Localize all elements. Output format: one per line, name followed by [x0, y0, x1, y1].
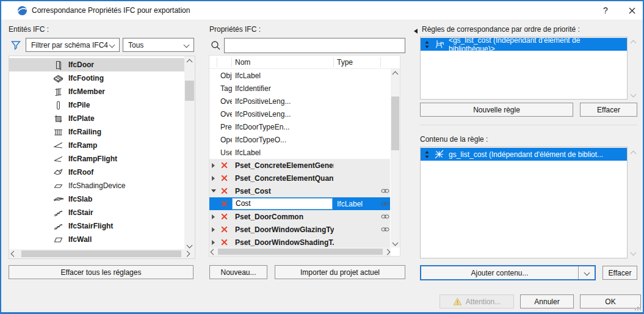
reorder-handle-icon[interactable] [424, 150, 430, 159]
property-search-input[interactable] [224, 38, 405, 53]
scroll-left-arrow[interactable] [10, 250, 17, 258]
property-row[interactable]: Pset_DoorCommon [209, 210, 390, 223]
clear-all-settings-button[interactable]: Effacer tous les réglages [9, 265, 194, 279]
scroll-down-arrow[interactable] [629, 90, 637, 98]
help-button[interactable]: ? [596, 4, 615, 17]
titlebar: Correspondance Propriétés IFC pour expor… [1, 1, 643, 20]
rule-item[interactable]: <gs_list_cost (Indépendant d'élément de … [421, 38, 627, 51]
delete-x-icon[interactable] [221, 175, 228, 181]
new-rule-button[interactable]: Nouvelle règle [420, 103, 573, 117]
entity-list-item[interactable]: IfcShadingDevice [9, 179, 184, 192]
entity-list-item[interactable]: IfcMember [9, 85, 184, 98]
property-row[interactable]: Pset_DoorWindowShadingT... [209, 236, 390, 249]
clear-content-button[interactable]: Effacer [602, 266, 637, 280]
app-logo-icon [17, 5, 27, 16]
entity-scroll-thumb[interactable] [185, 81, 194, 101]
property-row[interactable]: Tag (IfcElement) IfcIdentifier [209, 82, 390, 95]
property-row[interactable]: UserDefinedOperationType IfcLabel [209, 146, 390, 159]
expander[interactable] [209, 214, 217, 219]
entity-label: IfcMember [68, 87, 105, 96]
expander[interactable] [209, 240, 217, 245]
delete-x-icon[interactable] [221, 188, 228, 194]
expander[interactable] [209, 227, 217, 232]
entity-list-item[interactable]: IfcWall [9, 233, 184, 246]
delete-x-icon[interactable] [221, 239, 228, 246]
warning-button[interactable]: Attention... [440, 294, 514, 309]
expander[interactable] [209, 176, 217, 181]
entity-icon [53, 154, 63, 164]
close-button[interactable] [623, 4, 641, 17]
property-row[interactable]: Pset_Cost [209, 184, 390, 197]
scroll-up-arrow[interactable] [185, 57, 194, 66]
property-name: Pset_DoorWindowGlazingTy... [232, 225, 334, 234]
expander[interactable] [209, 189, 217, 192]
property-row[interactable]: PredefinedType IfcDoorTypeEn... [209, 120, 390, 133]
entity-list-item[interactable]: IfcFooting [9, 71, 184, 85]
property-type: IfcDoorTypeO... [232, 136, 334, 144]
collapse-panel-icon[interactable] [414, 29, 418, 34]
filter-funnel-icon [10, 40, 21, 51]
property-name: OverallWidth [217, 110, 232, 119]
column-name: Nom [232, 57, 334, 67]
scroll-left-arrow[interactable] [210, 248, 217, 255]
entity-label: IfcShadingDevice [68, 181, 125, 190]
entity-list-item[interactable]: IfcPlate [9, 112, 184, 125]
entity-list-item[interactable]: IfcRampFlight [9, 152, 184, 166]
entity-list-item[interactable]: IfcStairFlight [9, 219, 184, 233]
chain-link-icon [381, 200, 389, 207]
entity-list-item[interactable]: IfcDoor [9, 58, 184, 71]
rule-content-item[interactable]: gs_list_cost (Indépendant d'élément de b… [421, 148, 627, 161]
properties-label: Propriétés IFC : [209, 25, 261, 34]
property-row[interactable]: OverallHeight IfcPositiveLeng... [209, 95, 390, 108]
property-vertical-scrollbar[interactable] [391, 69, 400, 247]
scroll-down-arrow[interactable] [629, 249, 637, 257]
entity-list-item[interactable]: IfcStair [9, 206, 184, 219]
property-name: UserDefinedOperationType [217, 148, 232, 157]
scroll-right-arrow[interactable] [384, 248, 391, 255]
scroll-right-arrow[interactable] [183, 250, 190, 258]
property-hscroll-thumb[interactable] [218, 249, 383, 255]
scroll-up-arrow[interactable] [629, 39, 637, 47]
entity-hscroll-thumb[interactable] [21, 250, 181, 257]
entities-label: Entités IFC : [9, 25, 49, 34]
entity-list-item[interactable]: IfcRailing [9, 125, 184, 139]
reorder-handle-icon[interactable] [424, 40, 430, 49]
entity-label: IfcRailing [68, 128, 101, 136]
schema-filter-dropdown[interactable]: Filtrer par schéma IFC4 [26, 38, 120, 52]
property-row[interactable]: Cost IfcLabel [209, 197, 390, 210]
entity-list-item[interactable]: IfcSlab [9, 192, 184, 206]
add-content-split-button[interactable]: Ajouter contenu... [420, 265, 596, 280]
entity-list-item[interactable]: IfcRoof [9, 166, 184, 179]
property-scroll-thumb[interactable] [391, 97, 399, 150]
entity-icon [53, 60, 63, 70]
import-from-project-button[interactable]: Importer du projet actuel [275, 265, 405, 279]
delete-x-icon[interactable] [221, 162, 228, 169]
ok-button[interactable]: OK [580, 294, 641, 309]
expander[interactable] [209, 163, 217, 168]
scroll-down-arrow[interactable] [185, 241, 194, 249]
clear-rule-button[interactable]: Effacer [580, 103, 637, 117]
property-name: OperationType [217, 136, 232, 144]
property-row[interactable]: ObjectType (IfcObject) IfcLabel [209, 69, 390, 82]
scroll-up-arrow[interactable] [629, 150, 637, 158]
delete-x-icon[interactable] [221, 226, 228, 233]
new-property-button[interactable]: Nouveau... [209, 265, 267, 279]
delete-x-icon[interactable] [221, 200, 228, 207]
property-row[interactable]: Pset_ConcreteElementQuanti... [209, 172, 390, 184]
property-row[interactable]: OverallWidth IfcPositiveLeng... [209, 108, 390, 120]
add-content-button[interactable]: Ajouter contenu... [421, 266, 578, 279]
delete-x-icon[interactable] [221, 213, 228, 220]
type-filter-dropdown[interactable]: Tous [123, 38, 194, 52]
cancel-button[interactable]: Annuler [520, 294, 574, 309]
property-row[interactable]: OperationType IfcDoorTypeO... [209, 133, 390, 146]
entity-list-item[interactable]: IfcRamp [9, 139, 184, 152]
resize-grip[interactable] [635, 304, 641, 310]
property-row[interactable]: Pset_DoorWindowGlazingTy... [209, 223, 390, 236]
add-content-dropdown[interactable] [578, 266, 595, 279]
entity-label: IfcDoor [68, 60, 94, 69]
property-row[interactable]: Pset_ConcreteElementGeneral [209, 159, 390, 172]
property-name: Pset_DoorWindowShadingT... [232, 238, 334, 247]
scroll-down-arrow[interactable] [391, 239, 399, 247]
scroll-up-arrow[interactable] [391, 70, 399, 78]
entity-list-item[interactable]: IfcPile [9, 98, 184, 112]
